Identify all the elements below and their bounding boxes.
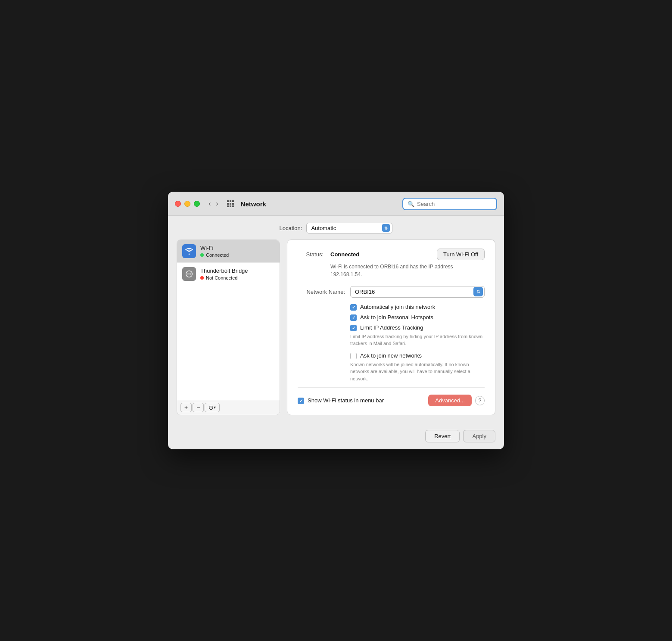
network-sidebar: Wi-Fi Connected — [177, 240, 280, 416]
ask-join-networks-label: Ask to join new networks — [360, 352, 422, 359]
network-name-label: Network Name: — [298, 289, 345, 295]
titlebar: ‹ › Network 🔍 — [168, 192, 504, 216]
thunderbolt-status-dot — [200, 276, 204, 280]
status-label: Status: — [298, 251, 324, 258]
window-title: Network — [241, 200, 397, 208]
limit-ip-checkbox[interactable] — [350, 325, 357, 331]
search-icon: 🔍 — [408, 201, 414, 207]
thunderbolt-item-name: Thunderbolt Bridge — [200, 268, 248, 274]
wifi-icon — [184, 246, 194, 256]
location-select[interactable]: Automatic Edit Locations... — [306, 223, 392, 233]
status-value: Connected — [330, 251, 359, 258]
wifi-status-text: Connected — [206, 252, 229, 258]
apply-button[interactable]: Apply — [463, 430, 495, 442]
limit-ip-label: Limit IP Address Tracking — [360, 324, 423, 331]
add-network-button[interactable]: + — [180, 403, 192, 412]
auto-join-checkbox[interactable] — [350, 304, 357, 311]
show-wifi-row: Show Wi-Fi status in menu bar — [298, 397, 384, 404]
thunderbolt-item-info: Thunderbolt Bridge Not Connected — [200, 268, 248, 280]
svg-point-2 — [191, 274, 192, 274]
sidebar-item-wifi[interactable]: Wi-Fi Connected — [177, 240, 280, 263]
advanced-button[interactable]: Advanced... — [428, 395, 472, 406]
search-input[interactable] — [417, 201, 492, 207]
personal-hotspots-row: Ask to join Personal Hotspots — [350, 314, 485, 321]
action-button[interactable]: ⊙▾ — [205, 403, 220, 412]
wifi-item-name: Wi-Fi — [200, 245, 229, 251]
traffic-lights — [175, 201, 200, 207]
bottom-row: Show Wi-Fi status in menu bar Advanced..… — [298, 395, 485, 406]
action-icon: ⊙ — [208, 404, 214, 411]
thunderbolt-icon — [184, 269, 194, 279]
wifi-detail-section: Status: Connected Turn Wi-Fi Off Wi-Fi i… — [298, 249, 485, 388]
ask-join-networks-row: Ask to join new networks — [350, 352, 485, 359]
bottom-right-buttons: Advanced... ? — [428, 395, 485, 406]
status-row: Status: Connected Turn Wi-Fi Off — [298, 249, 485, 260]
back-button[interactable]: ‹ — [207, 199, 212, 208]
auto-join-label: Automatically join this network — [360, 304, 435, 310]
network-preferences-window: ‹ › Network 🔍 Location: Automatic Edit L… — [168, 192, 504, 450]
wifi-network-icon — [182, 244, 196, 258]
thunderbolt-network-icon — [182, 267, 196, 281]
personal-hotspots-label: Ask to join Personal Hotspots — [360, 314, 433, 320]
network-name-row: Network Name: ORBI16 ⇅ — [298, 286, 485, 298]
wifi-item-status: Connected — [200, 252, 229, 258]
show-wifi-checkbox[interactable] — [298, 398, 304, 404]
wifi-status-dot — [200, 253, 204, 257]
network-name-select[interactable]: ORBI16 — [350, 286, 485, 298]
close-button[interactable] — [175, 201, 181, 207]
detail-panel: Status: Connected Turn Wi-Fi Off Wi-Fi i… — [287, 240, 495, 416]
dropdown-arrow-icon: ▾ — [214, 405, 216, 410]
main-content: Wi-Fi Connected — [168, 240, 504, 424]
personal-hotspots-checkbox[interactable] — [350, 314, 357, 321]
limit-ip-row: Limit IP Address Tracking — [350, 324, 485, 331]
search-box: 🔍 — [402, 198, 497, 210]
thunderbolt-status-text: Not Connected — [206, 275, 237, 280]
location-row: Location: Automatic Edit Locations... ⇅ — [168, 216, 504, 240]
sidebar-toolbar: + − ⊙▾ — [177, 400, 280, 415]
network-list: Wi-Fi Connected — [177, 240, 280, 400]
show-wifi-label: Show Wi-Fi status in menu bar — [308, 397, 384, 404]
auto-join-row: Automatically join this network — [350, 304, 485, 311]
revert-button[interactable]: Revert — [425, 430, 460, 442]
footer-buttons: Revert Apply — [168, 424, 504, 449]
location-label: Location: — [280, 225, 302, 231]
thunderbolt-item-status: Not Connected — [200, 275, 248, 280]
wifi-item-info: Wi-Fi Connected — [200, 245, 229, 258]
ask-join-networks-description: Known networks will be joined automatica… — [350, 361, 485, 383]
nav-buttons: ‹ › — [207, 199, 220, 208]
network-name-select-wrap: ORBI16 ⇅ — [350, 286, 485, 298]
limit-ip-description: Limit IP address tracking by hiding your… — [350, 333, 485, 347]
ask-join-networks-checkbox[interactable] — [350, 353, 357, 359]
location-select-wrap: Automatic Edit Locations... ⇅ — [306, 223, 392, 233]
minimize-button[interactable] — [184, 201, 190, 207]
wifi-description: Wi-Fi is connected to ORBI16 and has the… — [298, 263, 485, 278]
forward-button[interactable]: › — [214, 199, 220, 208]
turn-wifi-off-button[interactable]: Turn Wi-Fi Off — [437, 249, 485, 260]
grid-icon[interactable] — [227, 200, 234, 207]
maximize-button[interactable] — [194, 201, 200, 207]
bottom-section: Show Wi-Fi status in menu bar Advanced..… — [298, 387, 485, 406]
svg-point-1 — [187, 274, 188, 274]
sidebar-item-thunderbolt[interactable]: Thunderbolt Bridge Not Connected — [177, 263, 280, 285]
remove-network-button[interactable]: − — [193, 403, 204, 412]
help-button[interactable]: ? — [475, 396, 485, 405]
